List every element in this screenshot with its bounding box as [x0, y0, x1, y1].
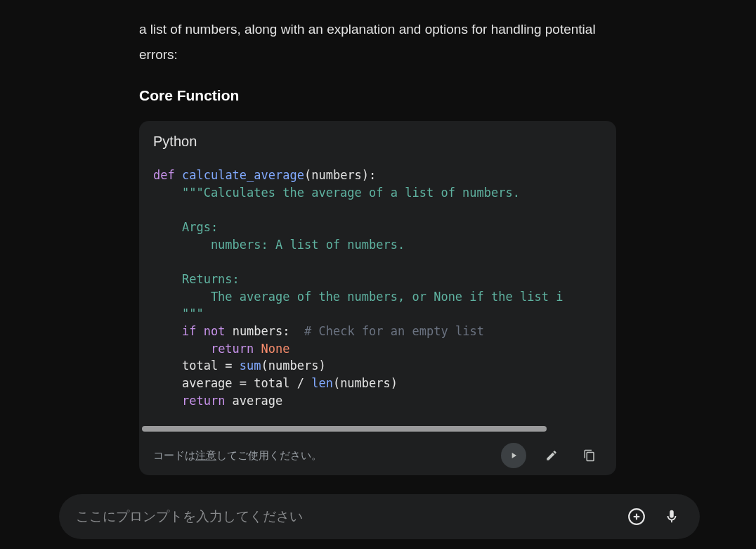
play-icon	[509, 451, 519, 460]
code-disclaimer: コードは注意してご使用ください。	[153, 449, 488, 463]
mic-button[interactable]	[658, 503, 686, 531]
scrollbar-thumb[interactable]	[142, 426, 547, 432]
intro-text: a list of numbers, along with an explana…	[139, 17, 616, 67]
core-function-heading: Core Function	[139, 87, 616, 104]
copy-icon	[583, 449, 596, 462]
disclaimer-link[interactable]: 注意	[195, 449, 216, 461]
add-button[interactable]	[623, 503, 651, 531]
plus-circle-icon	[627, 508, 646, 526]
mic-icon	[664, 509, 679, 524]
edit-code-button[interactable]	[539, 443, 564, 468]
copy-code-button[interactable]	[577, 443, 602, 468]
prompt-input-bar	[59, 494, 700, 539]
code-horizontal-scrollbar[interactable]	[139, 426, 616, 432]
pencil-icon	[545, 449, 558, 462]
code-content: def calculate_average(numbers): """Calcu…	[139, 160, 616, 426]
run-code-button[interactable]	[501, 443, 526, 468]
prompt-input[interactable]	[76, 509, 615, 524]
code-language-label: Python	[139, 121, 616, 160]
code-block: Python def calculate_average(numbers): "…	[139, 121, 616, 475]
